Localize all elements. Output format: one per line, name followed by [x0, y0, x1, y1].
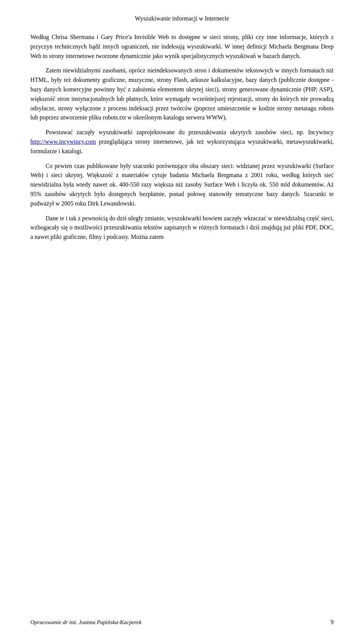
- paragraph-1: Według Chrisa Shermana i Gary Price'a In…: [30, 33, 334, 61]
- content: Według Chrisa Shermana i Gary Price'a In…: [30, 33, 334, 242]
- page: Wyszukiwanie informacji w Internecie Wed…: [0, 0, 364, 637]
- paragraph-5: Dane te i tak z pewnością do dziś uległy…: [30, 214, 334, 242]
- paragraph-4: Co pewien czas publikowane były szacunki…: [30, 162, 334, 209]
- paragraph-2: Zatem niewidzialnymi zasobami, oprócz ni…: [30, 66, 334, 122]
- page-title: Wyszukiwanie informacji w Internecie: [135, 15, 229, 22]
- page-footer: Opracowanie dr inż. Joanna Papińska-Kacp…: [30, 619, 334, 626]
- paragraph-2-text: Zatem niewidzialnymi zasobami, oprócz ni…: [30, 67, 334, 121]
- paragraph-1-text: Według Chrisa Shermana i Gary Price'a In…: [30, 34, 334, 59]
- paragraph-5-text: Dane te i tak z pewnością do dziś uległy…: [30, 215, 334, 240]
- page-header: Wyszukiwanie informacji w Internecie: [30, 15, 334, 22]
- paragraph-4-text: Co pewien czas publikowane były szacunki…: [30, 163, 334, 207]
- paragraph-3: Powstawać zaczęły wyszukiwarki zaprojekt…: [30, 128, 334, 156]
- paragraph-3-text-before-link: Powstawać zaczęły wyszukiwarki zaprojekt…: [46, 129, 334, 135]
- incywincy-link[interactable]: http://www.incywincy.com: [30, 138, 96, 145]
- footer-page-number: 9: [331, 619, 334, 626]
- footer-author: Opracowanie dr inż. Joanna Papińska-Kacp…: [30, 619, 141, 626]
